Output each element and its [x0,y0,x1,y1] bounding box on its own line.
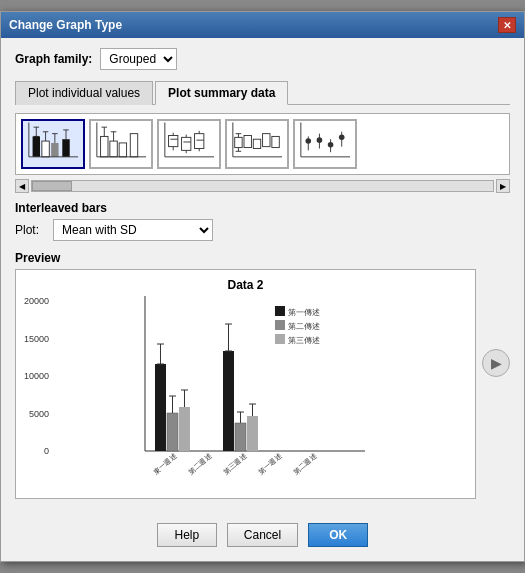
svg-rect-29 [182,137,191,150]
box-plot-icon [163,121,215,163]
svg-text:第一傳述: 第一傳述 [288,308,320,317]
svg-point-55 [328,142,334,148]
svg-rect-33 [195,134,204,149]
chart-title: Data 2 [24,278,467,292]
svg-rect-16 [110,141,117,157]
svg-rect-9 [51,143,58,157]
chart-type-box[interactable] [157,119,221,169]
svg-text:第二傳述: 第二傳述 [288,322,320,331]
chart-type-icons [21,119,357,169]
chart-type-scrollbar: ◀ ▶ [15,179,510,193]
svg-rect-45 [253,139,260,148]
interleaved-bars-label: Interleaved bars [15,201,510,215]
svg-rect-89 [275,320,285,330]
help-button[interactable]: Help [157,523,217,547]
y-axis-labels: 20000 15000 10000 5000 0 [24,296,53,456]
svg-rect-15 [101,136,108,156]
title-bar: Change Graph Type ✕ [1,12,524,38]
plot-type-section: Interleaved bars Plot: Mean with SD Mean… [15,201,510,241]
preview-section: Preview Data 2 20000 15000 10000 5000 0 [15,251,510,499]
graph-family-label: Graph family: [15,52,92,66]
svg-rect-17 [119,143,126,157]
dialog-content: Graph family: Grouped XY Scatter Column … [1,38,524,513]
dialog-window: Change Graph Type ✕ Graph family: Groupe… [0,11,525,562]
scroll-thumb [32,181,72,191]
scroll-right-button[interactable]: ▶ [496,179,510,193]
chart-type-2[interactable] [89,119,153,169]
svg-rect-18 [130,134,137,157]
svg-text:第三週述: 第三週述 [222,452,248,475]
svg-rect-44 [244,136,251,148]
chart-type-4[interactable] [225,119,289,169]
window-title: Change Graph Type [9,18,122,32]
svg-rect-46 [263,134,270,147]
preview-content: Data 2 20000 15000 10000 5000 0 [15,269,510,499]
svg-rect-12 [62,139,69,157]
scroll-left-button[interactable]: ◀ [15,179,29,193]
svg-rect-72 [223,351,234,451]
svg-rect-3 [33,136,40,156]
preview-box: Data 2 20000 15000 10000 5000 0 [15,269,476,499]
interleaved-bars-icon [27,121,79,163]
svg-rect-62 [155,364,166,451]
svg-rect-69 [179,407,190,451]
svg-rect-6 [42,141,49,157]
chart-type-interleaved-bars[interactable] [21,119,85,169]
svg-text:東一週述: 東一週述 [152,452,178,475]
chart-svg: 東一週述 第二週述 第三週述 第一週述 第二週述 第一傳述 第二傳述 [53,296,467,461]
svg-rect-91 [275,334,285,344]
graph-family-dropdown-container: Grouped XY Scatter Column Bar [100,48,177,70]
graph-family-select[interactable]: Grouped XY Scatter Column Bar [100,48,177,70]
svg-rect-47 [272,136,279,147]
svg-text:第三傳述: 第三傳述 [288,336,320,345]
svg-text:第二週述: 第二週述 [292,452,318,475]
scroll-track[interactable] [31,180,494,192]
chart-container: 20000 15000 10000 5000 0 [24,296,467,471]
chart-type-5-icon [299,121,351,163]
svg-rect-87 [275,306,285,316]
preview-label: Preview [15,251,510,265]
tab-individual[interactable]: Plot individual values [15,81,153,105]
close-button[interactable]: ✕ [498,17,516,33]
svg-rect-66 [167,413,178,451]
svg-point-53 [317,137,323,143]
title-bar-buttons: ✕ [498,17,516,33]
cancel-button[interactable]: Cancel [227,523,298,547]
ok-button[interactable]: OK [308,523,368,547]
svg-rect-76 [235,423,246,451]
svg-rect-39 [235,137,242,147]
svg-point-57 [339,135,345,141]
svg-text:第一週述: 第一週述 [257,452,283,475]
plot-label: Plot: [15,223,47,237]
play-button[interactable]: ▶ [482,349,510,377]
plot-type-select[interactable]: Mean with SD Mean with SEM Mean with 95%… [53,219,213,241]
chart-type-2-icon [95,121,147,163]
tab-summary[interactable]: Plot summary data [155,81,288,105]
footer: Help Cancel OK [1,513,524,561]
chart-type-5[interactable] [293,119,357,169]
svg-point-51 [306,138,312,144]
chart-type-4-icon [231,121,283,163]
svg-text:第二週述: 第二週述 [187,452,213,475]
svg-rect-25 [169,136,178,147]
tabs-row: Plot individual values Plot summary data [15,80,510,105]
plot-row: Plot: Mean with SD Mean with SEM Mean wi… [15,219,510,241]
graph-family-row: Graph family: Grouped XY Scatter Column … [15,48,510,70]
chart-plot-area: 東一週述 第二週述 第三週述 第一週述 第二週述 第一傳述 第二傳述 [53,296,467,471]
svg-rect-79 [247,416,258,451]
chart-type-scroll [15,113,510,175]
